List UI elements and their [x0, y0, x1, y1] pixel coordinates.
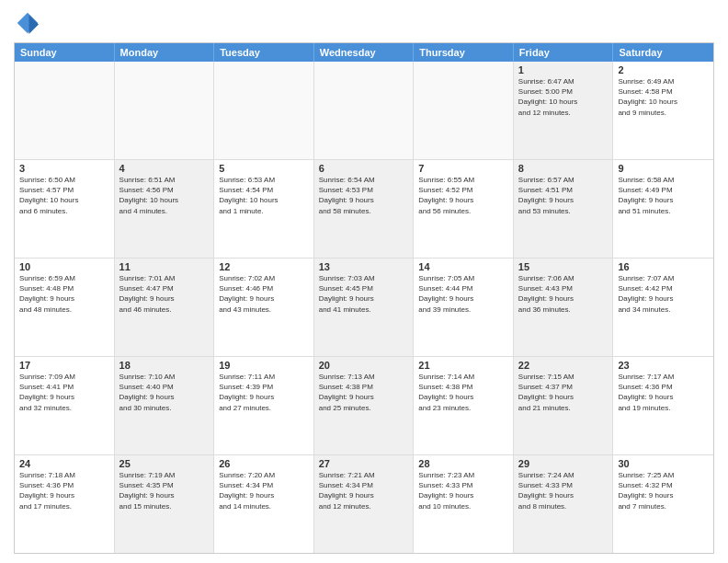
day-info: Sunrise: 7:25 AM Sunset: 4:32 PM Dayligh… — [618, 470, 709, 511]
cal-cell — [115, 62, 215, 159]
cal-row: 24Sunrise: 7:18 AM Sunset: 4:36 PM Dayli… — [15, 454, 713, 553]
cal-cell — [15, 62, 115, 159]
cal-row: 1Sunrise: 6:47 AM Sunset: 5:00 PM Daylig… — [15, 62, 713, 159]
cal-cell: 29Sunrise: 7:24 AM Sunset: 4:33 PM Dayli… — [514, 455, 614, 553]
day-info: Sunrise: 7:05 AM Sunset: 4:44 PM Dayligh… — [418, 273, 508, 315]
day-number: 20 — [319, 360, 409, 371]
day-number: 4 — [119, 163, 210, 174]
day-number: 16 — [618, 261, 709, 272]
cal-header-cell: Thursday — [414, 43, 514, 62]
cal-cell: 9Sunrise: 6:58 AM Sunset: 4:49 PM Daylig… — [613, 160, 713, 258]
cal-cell: 11Sunrise: 7:01 AM Sunset: 4:47 PM Dayli… — [115, 259, 215, 356]
day-info: Sunrise: 6:55 AM Sunset: 4:52 PM Dayligh… — [418, 175, 508, 216]
cal-header-cell: Monday — [115, 43, 215, 62]
day-number: 6 — [319, 163, 409, 174]
cal-cell: 12Sunrise: 7:02 AM Sunset: 4:46 PM Dayli… — [214, 259, 314, 356]
day-number: 24 — [19, 458, 109, 469]
day-number: 30 — [618, 458, 709, 469]
day-number: 5 — [219, 163, 309, 174]
day-info: Sunrise: 7:13 AM Sunset: 4:38 PM Dayligh… — [319, 372, 409, 413]
cal-cell: 22Sunrise: 7:15 AM Sunset: 4:37 PM Dayli… — [514, 357, 614, 454]
cal-header-cell: Tuesday — [214, 43, 314, 62]
day-number: 19 — [219, 360, 309, 371]
day-number: 29 — [518, 458, 609, 469]
day-number: 21 — [418, 360, 508, 371]
day-info: Sunrise: 7:07 AM Sunset: 4:42 PM Dayligh… — [618, 273, 709, 315]
day-info: Sunrise: 6:47 AM Sunset: 5:00 PM Dayligh… — [518, 76, 609, 118]
day-info: Sunrise: 7:21 AM Sunset: 4:34 PM Dayligh… — [319, 470, 409, 511]
day-info: Sunrise: 7:01 AM Sunset: 4:47 PM Dayligh… — [119, 273, 210, 315]
day-info: Sunrise: 6:54 AM Sunset: 4:53 PM Dayligh… — [319, 175, 409, 216]
cal-cell: 16Sunrise: 7:07 AM Sunset: 4:42 PM Dayli… — [613, 259, 713, 356]
day-number: 1 — [518, 64, 609, 75]
cal-header-cell: Sunday — [15, 43, 115, 62]
day-number: 10 — [19, 261, 109, 272]
cal-cell: 26Sunrise: 7:20 AM Sunset: 4:34 PM Dayli… — [214, 455, 314, 553]
page: SundayMondayTuesdayWednesdayThursdayFrid… — [0, 0, 728, 563]
day-info: Sunrise: 7:15 AM Sunset: 4:37 PM Dayligh… — [518, 372, 609, 413]
day-info: Sunrise: 6:59 AM Sunset: 4:48 PM Dayligh… — [19, 273, 109, 315]
day-info: Sunrise: 6:51 AM Sunset: 4:56 PM Dayligh… — [119, 175, 210, 216]
day-number: 25 — [119, 458, 210, 469]
day-number: 15 — [518, 261, 609, 272]
day-info: Sunrise: 7:24 AM Sunset: 4:33 PM Dayligh… — [518, 470, 609, 511]
cal-cell: 27Sunrise: 7:21 AM Sunset: 4:34 PM Dayli… — [314, 455, 415, 553]
cal-cell: 2Sunrise: 6:49 AM Sunset: 4:58 PM Daylig… — [613, 62, 713, 159]
day-number: 7 — [418, 163, 508, 174]
day-info: Sunrise: 7:20 AM Sunset: 4:34 PM Dayligh… — [219, 470, 309, 511]
day-number: 12 — [219, 261, 309, 272]
cal-cell: 4Sunrise: 6:51 AM Sunset: 4:56 PM Daylig… — [115, 160, 215, 258]
day-number: 13 — [319, 261, 409, 272]
logo-icon — [14, 9, 41, 37]
day-info: Sunrise: 6:49 AM Sunset: 4:58 PM Dayligh… — [618, 76, 709, 118]
cal-cell: 15Sunrise: 7:06 AM Sunset: 4:43 PM Dayli… — [514, 259, 614, 356]
day-number: 2 — [618, 64, 709, 75]
day-info: Sunrise: 7:11 AM Sunset: 4:39 PM Dayligh… — [219, 372, 309, 413]
calendar-body: 1Sunrise: 6:47 AM Sunset: 5:00 PM Daylig… — [15, 62, 713, 553]
day-number: 9 — [618, 163, 709, 174]
day-info: Sunrise: 7:06 AM Sunset: 4:43 PM Dayligh… — [518, 273, 609, 315]
cal-cell: 25Sunrise: 7:19 AM Sunset: 4:35 PM Dayli… — [115, 455, 215, 553]
cal-cell: 18Sunrise: 7:10 AM Sunset: 4:40 PM Dayli… — [115, 357, 215, 454]
cal-cell: 19Sunrise: 7:11 AM Sunset: 4:39 PM Dayli… — [214, 357, 314, 454]
cal-cell: 30Sunrise: 7:25 AM Sunset: 4:32 PM Dayli… — [613, 455, 713, 553]
day-number: 27 — [319, 458, 409, 469]
day-info: Sunrise: 6:53 AM Sunset: 4:54 PM Dayligh… — [219, 175, 309, 216]
cal-cell: 24Sunrise: 7:18 AM Sunset: 4:36 PM Dayli… — [15, 455, 115, 553]
cal-row: 10Sunrise: 6:59 AM Sunset: 4:48 PM Dayli… — [15, 258, 713, 356]
cal-cell: 3Sunrise: 6:50 AM Sunset: 4:57 PM Daylig… — [15, 160, 115, 258]
cal-cell: 1Sunrise: 6:47 AM Sunset: 5:00 PM Daylig… — [514, 62, 614, 159]
day-number: 28 — [418, 458, 508, 469]
cal-cell — [314, 62, 415, 159]
cal-cell: 5Sunrise: 6:53 AM Sunset: 4:54 PM Daylig… — [214, 160, 314, 258]
day-number: 14 — [418, 261, 508, 272]
day-info: Sunrise: 6:57 AM Sunset: 4:51 PM Dayligh… — [518, 175, 609, 216]
day-number: 3 — [19, 163, 109, 174]
day-info: Sunrise: 6:58 AM Sunset: 4:49 PM Dayligh… — [618, 175, 709, 216]
cal-cell: 17Sunrise: 7:09 AM Sunset: 4:41 PM Dayli… — [15, 357, 115, 454]
day-info: Sunrise: 7:18 AM Sunset: 4:36 PM Dayligh… — [19, 470, 109, 511]
cal-cell: 14Sunrise: 7:05 AM Sunset: 4:44 PM Dayli… — [414, 259, 514, 356]
cal-cell: 23Sunrise: 7:17 AM Sunset: 4:36 PM Dayli… — [613, 357, 713, 454]
day-number: 18 — [119, 360, 210, 371]
cal-cell: 28Sunrise: 7:23 AM Sunset: 4:33 PM Dayli… — [414, 455, 514, 553]
day-number: 23 — [618, 360, 709, 371]
cal-header-cell: Wednesday — [314, 43, 415, 62]
day-info: Sunrise: 7:19 AM Sunset: 4:35 PM Dayligh… — [119, 470, 210, 511]
cal-row: 17Sunrise: 7:09 AM Sunset: 4:41 PM Dayli… — [15, 356, 713, 454]
cal-row: 3Sunrise: 6:50 AM Sunset: 4:57 PM Daylig… — [15, 159, 713, 258]
cal-header-cell: Saturday — [613, 43, 713, 62]
day-number: 26 — [219, 458, 309, 469]
calendar: SundayMondayTuesdayWednesdayThursdayFrid… — [14, 42, 714, 554]
cal-cell: 21Sunrise: 7:14 AM Sunset: 4:38 PM Dayli… — [414, 357, 514, 454]
day-info: Sunrise: 7:17 AM Sunset: 4:36 PM Dayligh… — [618, 372, 709, 413]
svg-marker-1 — [29, 15, 40, 34]
cal-cell: 10Sunrise: 6:59 AM Sunset: 4:48 PM Dayli… — [15, 259, 115, 356]
day-number: 17 — [19, 360, 109, 371]
cal-header-cell: Friday — [514, 43, 614, 62]
day-info: Sunrise: 7:09 AM Sunset: 4:41 PM Dayligh… — [19, 372, 109, 413]
day-number: 22 — [518, 360, 609, 371]
day-number: 8 — [518, 163, 609, 174]
day-info: Sunrise: 7:14 AM Sunset: 4:38 PM Dayligh… — [418, 372, 508, 413]
day-info: Sunrise: 7:03 AM Sunset: 4:45 PM Dayligh… — [319, 273, 409, 315]
